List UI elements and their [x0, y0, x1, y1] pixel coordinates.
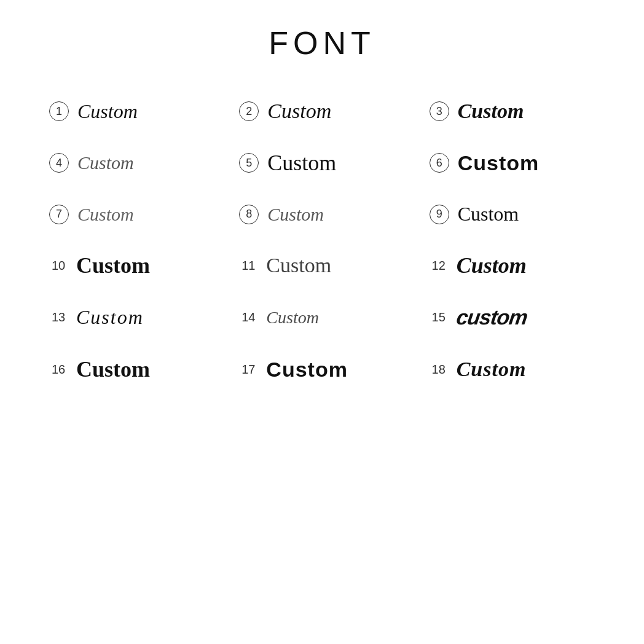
font-item-16[interactable]: 16 Custom — [37, 343, 227, 396]
font-item-13[interactable]: 13 Custom — [37, 292, 227, 343]
page: FONT 1 Custom 2 Custom 3 Custom 4 Custom… — [0, 0, 644, 644]
font-number-3: 3 — [430, 101, 449, 121]
font-item-15[interactable]: 15 custom — [417, 292, 607, 343]
font-sample-15: custom — [455, 305, 528, 329]
font-number-4: 4 — [49, 153, 69, 173]
font-sample-5: Custom — [267, 150, 336, 176]
font-item-10[interactable]: 10 Custom — [37, 239, 227, 292]
font-sample-6: Custom — [458, 151, 540, 175]
font-sample-4: Custom — [77, 152, 134, 173]
font-number-14: 14 — [239, 310, 257, 324]
font-item-1[interactable]: 1 Custom — [37, 86, 227, 136]
font-number-15: 15 — [430, 310, 448, 324]
font-item-5[interactable]: 5 Custom — [227, 136, 417, 189]
font-sample-17: Custom — [266, 358, 348, 382]
font-number-17: 17 — [239, 363, 257, 377]
font-item-7[interactable]: 7 Custom — [37, 189, 227, 239]
page-title: FONT — [269, 25, 375, 61]
font-sample-1: Custom — [77, 100, 138, 123]
font-sample-8: Custom — [267, 204, 324, 225]
font-sample-12: Custom — [457, 253, 527, 278]
font-number-13: 13 — [49, 310, 68, 324]
font-sample-3: Custom — [458, 100, 524, 123]
font-number-10: 10 — [49, 259, 68, 273]
font-item-12[interactable]: 12 Custom — [417, 239, 607, 292]
font-item-9[interactable]: 9 Custom — [417, 189, 607, 239]
font-sample-10: Custom — [76, 253, 150, 278]
font-item-14[interactable]: 14 Custom — [227, 292, 417, 343]
font-sample-18: Custom — [457, 358, 527, 381]
font-item-3[interactable]: 3 Custom — [417, 86, 607, 136]
font-item-6[interactable]: 6 Custom — [417, 136, 607, 189]
font-number-16: 16 — [49, 363, 68, 377]
font-item-8[interactable]: 8 Custom — [227, 189, 417, 239]
font-number-5: 5 — [239, 153, 259, 173]
font-item-18[interactable]: 18 Custom — [417, 343, 607, 396]
font-number-18: 18 — [430, 363, 448, 377]
font-number-1: 1 — [49, 101, 69, 121]
font-sample-11: Custom — [266, 254, 331, 277]
font-number-8: 8 — [239, 205, 259, 224]
font-item-2[interactable]: 2 Custom — [227, 86, 417, 136]
font-sample-13: Custom — [76, 306, 144, 329]
font-number-12: 12 — [430, 259, 448, 273]
font-number-2: 2 — [239, 101, 259, 121]
font-number-11: 11 — [239, 259, 257, 273]
font-item-4[interactable]: 4 Custom — [37, 136, 227, 189]
font-sample-2: Custom — [267, 100, 331, 123]
font-sample-14: Custom — [266, 308, 319, 328]
font-number-7: 7 — [49, 205, 69, 224]
font-sample-7: Custom — [77, 204, 134, 225]
font-sample-16: Custom — [76, 356, 150, 382]
font-sample-9: Custom — [458, 203, 519, 226]
font-number-6: 6 — [430, 153, 449, 173]
font-number-9: 9 — [430, 205, 449, 224]
font-grid: 1 Custom 2 Custom 3 Custom 4 Custom 5 Cu… — [37, 86, 607, 396]
font-item-11[interactable]: 11 Custom — [227, 239, 417, 292]
font-item-17[interactable]: 17 Custom — [227, 343, 417, 396]
